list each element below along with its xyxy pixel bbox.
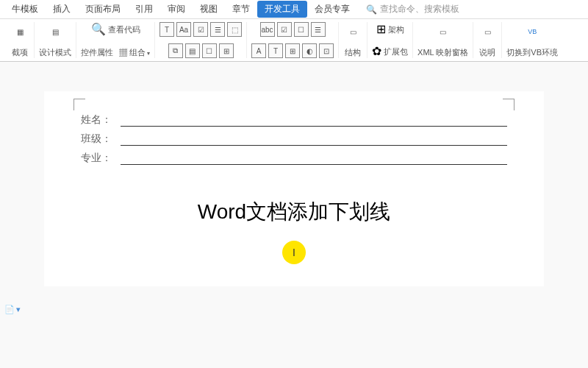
- tool-label-xml: XML 映射窗格: [417, 47, 468, 58]
- xml-mapping-icon[interactable]: ▭: [434, 22, 453, 41]
- menu-insert[interactable]: 插入: [46, 1, 78, 18]
- screenshot-icon[interactable]: ▦: [10, 22, 29, 41]
- box-control-icon[interactable]: ☐: [294, 22, 309, 37]
- tool-group-controls-2: abc ☑ ☐ ☰ A T ⊞ ◐ ⊡: [247, 22, 339, 58]
- menu-control-icon[interactable]: ☰: [311, 22, 326, 37]
- ribbon-toolbar: ▦ 截项 ▤ 设计模式 🔍 查看代码 控件属性 ▦ 组合▾ T Aa ☑ ☰ ⬚…: [0, 19, 588, 62]
- label-major: 专业：: [81, 152, 118, 165]
- side-panel-toggle[interactable]: 📄 ▾: [4, 305, 21, 314]
- t-control-icon[interactable]: T: [268, 43, 283, 58]
- picture-control-icon[interactable]: ⬚: [227, 22, 242, 37]
- design-mode-icon[interactable]: ▤: [46, 22, 65, 41]
- menu-view[interactable]: 视图: [193, 1, 225, 18]
- video-caption: Word文档添加下划线: [81, 198, 507, 226]
- combine-button[interactable]: ▦ 组合▾: [119, 47, 150, 58]
- form-row-major: 专业：: [81, 152, 507, 165]
- list-control-icon[interactable]: ☰: [210, 22, 225, 37]
- schema-icon: ⊞: [376, 22, 386, 36]
- control-props-button[interactable]: 控件属性: [81, 47, 113, 58]
- tool-label-vb: 切换到VB环境: [506, 47, 558, 58]
- tool-group-controls-1: T Aa ☑ ☰ ⬚ ⧉ ▤ ☐ ⊞: [155, 22, 247, 58]
- document-area: 📄 ▾ 姓名： 班级： 专业： Word文档添加下划线 I: [0, 62, 588, 368]
- margin-corner-tr: [503, 99, 514, 110]
- view-code-button[interactable]: 🔍 查看代码: [91, 22, 140, 36]
- circle-control-icon[interactable]: ◐: [302, 43, 317, 58]
- search-box[interactable]: 🔍 查找命令、搜索模板: [366, 3, 459, 15]
- tool-group-schema: ⊞ 架构 ✿ 扩展包: [368, 22, 413, 58]
- frame-control-icon[interactable]: ☐: [202, 43, 217, 58]
- help-icon[interactable]: ▭: [478, 22, 497, 41]
- extension-button[interactable]: ✿ 扩展包: [372, 44, 408, 58]
- tool-label-screenshot: 截项: [12, 47, 28, 58]
- tool-group-screenshot: ▦ 截项: [6, 22, 35, 58]
- label-class: 班级：: [81, 132, 118, 146]
- chevron-down-icon: ▾: [16, 305, 21, 314]
- underline-class[interactable]: [121, 132, 507, 146]
- text-cursor-icon: I: [293, 247, 295, 258]
- richtext-control-icon[interactable]: Aa: [176, 22, 191, 37]
- menu-template[interactable]: 牛模板: [4, 1, 46, 18]
- label-control-icon[interactable]: abc: [260, 22, 275, 37]
- tool-label-help: 说明: [479, 47, 495, 58]
- underline-major[interactable]: [121, 152, 507, 165]
- checkbox-control-icon[interactable]: ☑: [193, 22, 208, 37]
- check-control-icon[interactable]: ☑: [277, 22, 292, 37]
- search-icon: 🔍: [366, 4, 377, 15]
- square-control-icon[interactable]: ⊡: [319, 43, 334, 58]
- underline-name[interactable]: [121, 113, 507, 127]
- chevron-down-icon: ▾: [147, 50, 150, 57]
- tool-group-structure: ▭ 结构: [339, 22, 368, 58]
- block-control-icon[interactable]: ▤: [185, 43, 200, 58]
- search-placeholder: 查找命令、搜索模板: [380, 3, 459, 15]
- menu-bar: 牛模板 插入 页面布局 引用 审阅 视图 章节 开发工具 会员专享 🔍 查找命令…: [0, 0, 588, 19]
- schema-button[interactable]: ⊞ 架构: [376, 22, 404, 36]
- extension-icon: ✿: [372, 44, 381, 58]
- tool-group-design: ▤ 设计模式: [35, 22, 76, 58]
- a-control-icon[interactable]: A: [251, 43, 266, 58]
- page-icon: 📄: [4, 305, 15, 314]
- menu-member[interactable]: 会员专享: [307, 1, 357, 18]
- form-row-class: 班级：: [81, 132, 507, 146]
- menu-developer-tools[interactable]: 开发工具: [257, 1, 307, 18]
- grid-control-icon[interactable]: ⊞: [219, 43, 234, 58]
- margin-corner-tl: [74, 99, 85, 110]
- tool-label-design: 设计模式: [39, 47, 71, 58]
- document-page[interactable]: 姓名： 班级： 专业： Word文档添加下划线 I: [44, 91, 544, 286]
- tool-group-vb: VB 切换到VB环境: [502, 22, 562, 58]
- tool-group-code: 🔍 查看代码 控件属性 ▦ 组合▾: [76, 22, 155, 58]
- search-code-icon: 🔍: [91, 22, 106, 36]
- tool-label-structure: 结构: [345, 47, 361, 58]
- tool-group-xml: ▭ XML 映射窗格: [413, 22, 473, 58]
- menu-page-layout[interactable]: 页面布局: [78, 1, 128, 18]
- form-row-name: 姓名：: [81, 113, 507, 127]
- structure-icon[interactable]: ▭: [343, 22, 362, 41]
- menu-reference[interactable]: 引用: [128, 1, 160, 18]
- group-control-icon[interactable]: ⧉: [168, 43, 183, 58]
- menu-review[interactable]: 审阅: [160, 1, 193, 18]
- table-control-icon[interactable]: ⊞: [285, 43, 300, 58]
- vb-icon[interactable]: VB: [523, 22, 542, 41]
- label-name: 姓名：: [81, 113, 118, 127]
- tool-group-help: ▭ 说明: [473, 22, 502, 58]
- menu-chapter[interactable]: 章节: [225, 1, 257, 18]
- combine-icon: ▦: [119, 48, 127, 57]
- cursor-highlight: I: [282, 241, 306, 264]
- text-control-icon[interactable]: T: [159, 22, 174, 37]
